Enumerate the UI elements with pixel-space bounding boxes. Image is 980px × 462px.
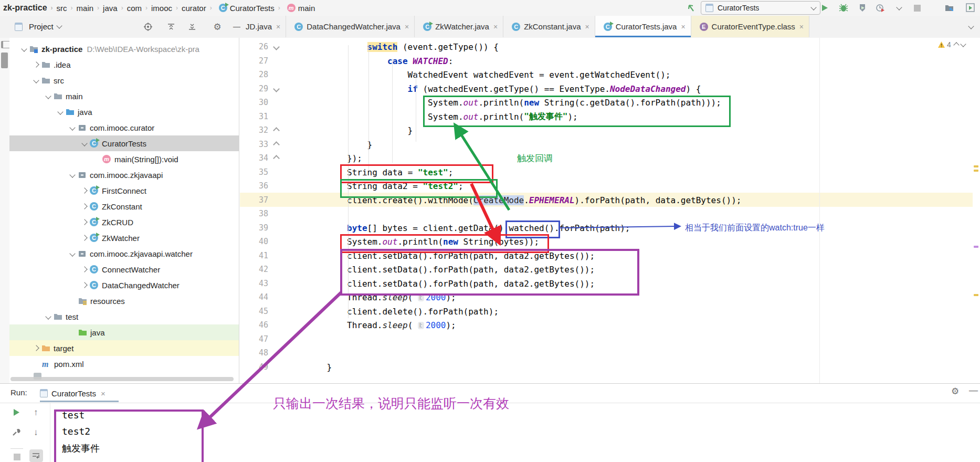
folder-icon [54, 312, 62, 321]
breadcrumb-item-src[interactable]: src› [57, 4, 77, 13]
chevron-right-icon[interactable] [81, 282, 87, 288]
breadcrumb-item-CuratorTests[interactable]: CCuratorTests› [216, 4, 284, 13]
chevron-down-icon[interactable] [57, 109, 63, 114]
chevron-down-icon[interactable] [69, 124, 75, 130]
tree-h-scrollbar[interactable] [10, 377, 234, 381]
breadcrumb-item-curator[interactable]: curator› [182, 4, 216, 13]
chevron-down-icon[interactable] [45, 313, 51, 319]
tree-row-src[interactable]: src [9, 72, 239, 88]
tree-row-resources[interactable]: resources [9, 293, 239, 309]
project-tree[interactable]: zk-practiceD:\Web\IDEA-Workspace\zk-pra.… [9, 38, 239, 383]
chevron-down-icon[interactable] [69, 172, 75, 177]
fold-collapse-icon[interactable] [273, 86, 280, 92]
tree-row-ConnectWatcher[interactable]: CConnectWatcher [9, 261, 239, 277]
close-icon[interactable]: × [276, 23, 280, 31]
wrench-icon[interactable] [12, 428, 20, 439]
tree-row-CuratorTests[interactable]: CCuratorTests [9, 135, 239, 151]
breadcrumb-item-imooc[interactable]: imooc› [151, 4, 182, 13]
chevron-down-icon[interactable] [81, 140, 87, 146]
project-panel-title[interactable]: Project [29, 22, 61, 31]
chevron-down-icon[interactable] [21, 46, 27, 51]
close-icon[interactable]: × [799, 23, 804, 31]
chevron-right-icon[interactable] [81, 187, 87, 193]
tree-row-com.imooc.zkjavaapi[interactable]: com.imooc.zkjavaapi [9, 167, 239, 183]
tree-row-com.imooc.zkjavaapi.watcher[interactable]: com.imooc.zkjavaapi.watcher [9, 246, 239, 261]
tab-DataChangedWatcher.java[interactable]: CDataChangedWatcher.java× [286, 16, 415, 37]
breadcrumb-item-main[interactable]: mmain [284, 4, 315, 13]
chevron-right-icon[interactable] [81, 235, 87, 240]
tree-row-test[interactable]: test [9, 309, 239, 324]
tree-row-FirstConnect[interactable]: CFirstConnect [9, 183, 239, 198]
breadcrumb-item-main[interactable]: main› [77, 4, 103, 13]
rerun-button[interactable] [13, 408, 20, 418]
stop-button[interactable] [14, 454, 20, 460]
tree-row-ZkWatcher[interactable]: CZkWatcher [9, 230, 239, 246]
settings-gear-icon[interactable]: ⚙ [212, 22, 223, 32]
close-icon[interactable]: × [101, 389, 106, 398]
code-token: .println( [478, 112, 524, 122]
fold-collapse-icon[interactable] [273, 44, 280, 50]
chevron-down-icon[interactable] [33, 77, 39, 83]
chevron-right-icon[interactable] [33, 345, 39, 351]
gear-icon[interactable]: ⚙ [951, 387, 959, 395]
fold-end-icon[interactable] [273, 155, 280, 162]
close-icon[interactable]: × [681, 23, 685, 31]
chevron-right-icon[interactable] [81, 266, 87, 272]
console-output[interactable]: testtest2触发事件 [50, 403, 980, 462]
tree-row-main(String[]):void[interactable]: mmain(String[]):void [9, 151, 239, 167]
tree-row-ZkConstant[interactable]: CZkConstant [9, 198, 239, 214]
prev-warning-icon[interactable] [953, 42, 959, 48]
tree-row-pom.xml[interactable]: mpom.xml [9, 356, 239, 372]
tree-row-java[interactable]: java [9, 104, 239, 120]
run-button[interactable] [819, 2, 830, 14]
next-warning-icon[interactable] [960, 41, 966, 47]
tool-stripe-button-active[interactable] [1, 52, 8, 68]
tab-CuratorEventType.class[interactable]: ECuratorEventType.class× [691, 16, 809, 37]
tree-row-DataChangedWatcher[interactable]: CDataChangedWatcher [9, 277, 239, 293]
close-icon[interactable]: × [585, 23, 589, 31]
breadcrumb-item-com[interactable]: com› [127, 4, 151, 13]
coverage-button[interactable] [857, 2, 868, 14]
collapse-all-icon[interactable] [166, 22, 176, 32]
breadcrumb-item-java[interactable]: java› [103, 4, 127, 13]
debug-button[interactable] [838, 2, 849, 14]
up-arrow-icon[interactable]: ↑ [34, 407, 38, 418]
close-icon[interactable]: × [493, 23, 498, 31]
tab-ZkWatcher.java[interactable]: CZkWatcher.java× [415, 16, 503, 37]
close-icon[interactable]: × [405, 23, 409, 31]
hide-panel-icon[interactable]: — [969, 386, 978, 394]
breadcrumb-item-zk-practice[interactable]: zk-practice› [3, 3, 57, 13]
soft-wrap-icon[interactable] [29, 449, 43, 462]
tab-JD.java[interactable]: JD.java× [240, 16, 286, 37]
chevron-right-icon[interactable] [33, 61, 39, 67]
fold-end-icon[interactable] [273, 127, 280, 134]
tree-row-.idea[interactable]: .idea [9, 57, 239, 72]
down-arrow-icon[interactable]: ↓ [34, 427, 38, 438]
tab-CuratorTests.java[interactable]: CCuratorTests.java× [595, 16, 691, 37]
tree-row-com.imooc.curator[interactable]: com.imooc.curator [9, 120, 239, 135]
terminal-run-icon[interactable] [965, 2, 976, 14]
tree-row-zk-practice[interactable]: zk-practiceD:\Web\IDEA-Workspace\zk-pra [9, 41, 239, 57]
code-editor[interactable]: 26switch (event.getType()) {27case WATCH… [239, 38, 980, 383]
expand-all-icon[interactable] [187, 22, 197, 32]
tree-row-ZkCRUD[interactable]: CZkCRUD [9, 214, 239, 230]
chevron-right-icon[interactable] [81, 219, 87, 225]
tab-list-chevron-icon[interactable] [968, 23, 974, 29]
tree-row-java[interactable]: java [9, 324, 239, 340]
locate-icon[interactable] [143, 22, 153, 32]
profiler-chevron-icon[interactable] [893, 2, 905, 14]
chevron-down-icon[interactable] [45, 93, 51, 99]
tree-row-main[interactable]: main [9, 88, 239, 104]
chevron-right-icon[interactable] [81, 203, 87, 209]
run-tab[interactable]: CuratorTests × [40, 386, 106, 401]
chevron-down-icon[interactable] [69, 250, 75, 256]
run-config-combo[interactable]: CuratorTests [701, 1, 820, 15]
stop-button[interactable] [911, 2, 923, 14]
fold-end-icon[interactable] [273, 141, 280, 148]
project-structure-icon[interactable] [944, 2, 955, 14]
tree-row-target[interactable]: target [9, 340, 239, 356]
profiler-button[interactable] [874, 2, 886, 14]
tab-ZkConstant.java[interactable]: CZkConstant.java× [503, 16, 595, 37]
back-arrow-icon[interactable] [685, 2, 697, 14]
inspection-widget[interactable]: 4 [937, 40, 965, 49]
